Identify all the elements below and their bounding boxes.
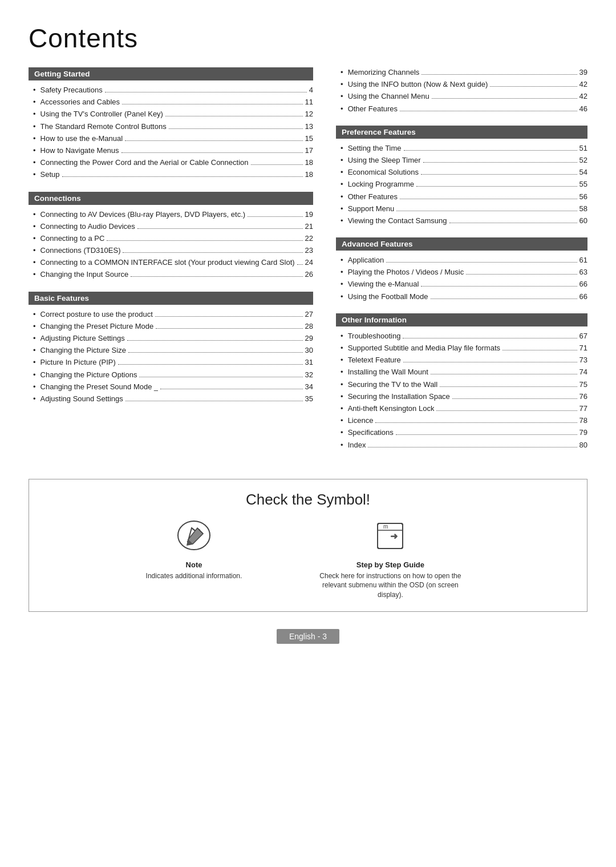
toc-section: Basic FeaturesCorrect posture to use the… xyxy=(29,292,313,405)
list-item: Safety Precautions4 xyxy=(29,85,313,95)
note-icon xyxy=(177,520,211,556)
list-item: Changing the Input Source26 xyxy=(29,269,313,280)
note-desc: Indicates additional information. xyxy=(146,571,242,581)
section-header: Other Information xyxy=(336,313,587,326)
check-symbol-box: Check the Symbol! Note Indicates additio… xyxy=(29,479,587,612)
list-item: Troubleshooting67 xyxy=(336,331,587,341)
list-item: Using the Football Mode66 xyxy=(336,292,587,302)
list-item: Viewing the e-Manual66 xyxy=(336,279,587,289)
list-item: Supported Subtitle and Media Play file f… xyxy=(336,343,587,353)
list-item: Accessories and Cables11 xyxy=(29,97,313,107)
list-item: Other Features46 xyxy=(336,104,587,114)
list-item: Changing the Preset Sound Mode _34 xyxy=(29,382,313,392)
left-column: Getting StartedSafety Precautions4Access… xyxy=(29,67,313,462)
list-item: Using the TV's Controller (Panel Key)12 xyxy=(29,109,313,119)
page-badge: English - 3 xyxy=(277,629,339,644)
check-symbol-title: Check the Symbol! xyxy=(46,491,570,509)
page-footer: English - 3 xyxy=(29,629,587,644)
list-item: Memorizing Channels39 xyxy=(336,67,587,78)
section-header: Advanced Features xyxy=(336,237,587,251)
toc-section: Preference FeaturesSetting the Time51Usi… xyxy=(336,126,587,226)
svg-text:m: m xyxy=(383,523,388,530)
list-item: Using the INFO button (Now & Next guide)… xyxy=(336,79,587,90)
list-item: Index80 xyxy=(336,440,587,450)
list-item: Connecting to AV Devices (Blu-ray Player… xyxy=(29,209,313,220)
list-item: Installing the Wall Mount74 xyxy=(336,367,587,377)
section-header: Preference Features xyxy=(336,126,587,139)
list-item: Changing the Preset Picture Mode28 xyxy=(29,321,313,332)
list-item: Application61 xyxy=(336,255,587,265)
svg-text:➜: ➜ xyxy=(390,531,398,541)
list-item: Locking Programme55 xyxy=(336,179,587,189)
note-label: Note xyxy=(186,560,202,569)
contents-layout: Getting StartedSafety Precautions4Access… xyxy=(29,67,587,462)
list-item: Anti-theft Kensington Lock77 xyxy=(336,404,587,414)
toc-section: ConnectionsConnecting to AV Devices (Blu… xyxy=(29,192,313,280)
list-item: Teletext Feature73 xyxy=(336,355,587,365)
toc-section: Other InformationTroubleshooting67Suppor… xyxy=(336,313,587,450)
list-item: Connecting to a PC22 xyxy=(29,233,313,244)
toc-section: Getting StartedSafety Precautions4Access… xyxy=(29,67,313,180)
section-header: Getting Started xyxy=(29,67,313,80)
list-item: Adjusting Sound Settings35 xyxy=(29,394,313,404)
list-item: Connecting the Power Cord and the Aerial… xyxy=(29,158,313,168)
list-item: Picture In Picture (PIP)31 xyxy=(29,357,313,368)
list-item: Changing the Picture Options32 xyxy=(29,370,313,380)
toc-section: Advanced FeaturesApplication61Playing th… xyxy=(336,237,587,302)
list-item: Setup18 xyxy=(29,170,313,180)
section-header: Connections xyxy=(29,192,313,205)
right-column: Memorizing Channels39Using the INFO butt… xyxy=(336,67,587,462)
list-item: Support Menu58 xyxy=(336,204,587,214)
list-item: How to use the e-Manual15 xyxy=(29,134,313,144)
list-item: Using the Channel Menu42 xyxy=(336,91,587,102)
list-item: Using the Sleep Timer52 xyxy=(336,155,587,166)
list-item: Correct posture to use the product27 xyxy=(29,309,313,320)
list-item: Setting the Time51 xyxy=(336,143,587,154)
step-label: Step by Step Guide xyxy=(356,560,424,569)
list-item: Securing the Installation Space76 xyxy=(336,392,587,402)
list-item: Economical Solutions54 xyxy=(336,167,587,178)
list-item: How to Navigate Menus17 xyxy=(29,146,313,156)
list-item: Playing the Photos / Videos / Music63 xyxy=(336,267,587,277)
list-item: Viewing the Contact Samsung60 xyxy=(336,216,587,226)
page-title: Contents xyxy=(29,23,587,54)
list-item: The Standard Remote Control Buttons13 xyxy=(29,122,313,132)
list-item: Changing the Picture Size30 xyxy=(29,345,313,356)
list-item: Adjusting Picture Settings29 xyxy=(29,333,313,344)
step-desc: Check here for instructions on how to op… xyxy=(310,571,470,600)
step-icon: m ➜ xyxy=(373,520,407,556)
list-item: Licence78 xyxy=(336,416,587,426)
list-item: Connections (TD310ES)23 xyxy=(29,245,313,256)
list-item: Other Features56 xyxy=(336,192,587,202)
list-item: Connecting to a COMMON INTERFACE slot (Y… xyxy=(29,257,313,268)
list-item: Specifications79 xyxy=(336,428,587,438)
toc-section: Memorizing Channels39Using the INFO butt… xyxy=(336,67,587,114)
list-item: Connecting to Audio Devices21 xyxy=(29,221,313,232)
section-header: Basic Features xyxy=(29,292,313,305)
step-symbol: m ➜ Step by Step Guide Check here for in… xyxy=(310,520,470,600)
note-symbol: Note Indicates additional information. xyxy=(146,520,242,581)
list-item: Securing the TV to the Wall75 xyxy=(336,380,587,390)
symbol-row: Note Indicates additional information. m… xyxy=(46,520,570,600)
